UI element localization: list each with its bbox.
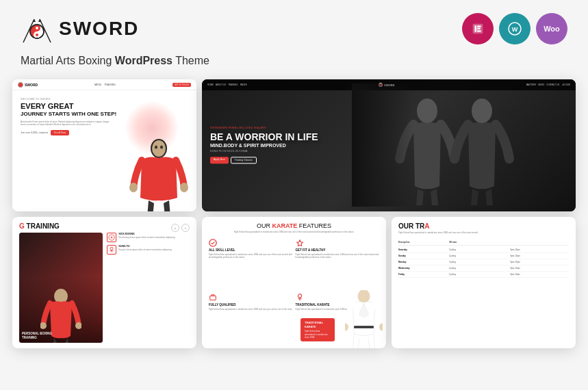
panel4-feature-skill: ALL SKILL LEVEL Fight School has special… — [209, 239, 293, 291]
panel4-qualified-desc: Fight School has specialized in martial … — [209, 308, 293, 311]
logo-icon — [21, 12, 53, 45]
panel2-apply-btn[interactable]: Apply Now — [210, 157, 229, 164]
panel5-desc: Fight School has specialized in martial … — [398, 231, 569, 234]
panel5-col-discipline: Discipline — [398, 241, 446, 244]
subtitle-suffix: Theme — [172, 55, 209, 66]
panel4-qualified-title: FULLY QUALIFIED — [209, 303, 293, 307]
panel5-heading: OUR TRA — [398, 222, 569, 230]
panel4-featured-box: TRADITIONAL KARATE Fight School has spec… — [301, 318, 335, 341]
svg-point-34 — [209, 239, 216, 246]
table-row: Monday Cycling 9pm-10pm — [398, 259, 569, 265]
panel3-card-label: PERSONAL BOXINGTRAINING — [22, 332, 52, 340]
panel2-subheading: MIND.BODY & SPIRIT IMPROVED — [210, 143, 318, 148]
panel3-heading-accent: G — [19, 222, 25, 230]
panel4-fit-title: GET FIT & HEALTHY — [296, 248, 380, 252]
panel5-row3-class: Cycling — [449, 267, 508, 270]
panel5-col-30min: 30 min — [449, 241, 508, 244]
panel5-row3-day: Wednesday — [398, 267, 446, 270]
panel5-row0-class: Cycling — [449, 248, 508, 251]
panel3-kickboxing-text: KICK BOXING Kick boxing lorem ipsum dolo… — [119, 233, 176, 239]
panel3-kungfu: KUNG FU Kung fu lorem ipsum dolor sit am… — [107, 245, 190, 255]
svg-point-39 — [358, 290, 370, 303]
panel4-header: OUR KARATE FEATURES Fight School has spe… — [202, 217, 386, 236]
panel2-heading: BE A WORRIOR IN LIFE — [210, 133, 318, 143]
panel3-boxing-card: PERSONAL BOXINGTRAINING — [19, 233, 103, 343]
table-row: Friday Cycling 9pm-10pm — [398, 272, 569, 278]
panel2-content: FOR BEGINNERS, FROM ALL SKILL LEVELS, IN… — [210, 127, 318, 164]
panel3-kungfu-icon — [107, 245, 116, 255]
panel2-nav-links: HOME ABOUT US TRAINING PAGES — [207, 83, 247, 86]
panel1-enroll-btn[interactable]: Enroll Now — [51, 130, 69, 135]
panel5-row2-day: Monday — [398, 261, 446, 263]
panel3-kungfu-title: KUNG FU — [119, 245, 172, 248]
panel1-hero: WELCOME TO SWORD EVERY GREAT JOURNEY STA… — [12, 90, 196, 211]
panel4-qualified-icon — [209, 294, 217, 302]
panel1-nav-links: MENU TRAINING — [94, 83, 116, 86]
panel1-navbar: SWORD MENU TRAINING GET IN TOUCH — [12, 79, 196, 90]
panel4-traditional-icon — [296, 294, 304, 302]
panel5-row4-day: Friday — [398, 273, 446, 276]
main-grid: SWORD MENU TRAINING GET IN TOUCH WELCOME… — [0, 77, 588, 361]
panel4-desc: Fight School has specialized in martial … — [209, 231, 379, 233]
panel1-nav-logo: SWORD — [18, 82, 38, 88]
panel4-karate-figure — [345, 290, 383, 348]
svg-point-6 — [36, 34, 38, 36]
svg-point-31 — [110, 247, 112, 250]
panel1-logo-text: SWORD — [25, 83, 38, 87]
panel2-training-btn[interactable]: Training Classes — [231, 157, 257, 164]
panel4-feature-fit: GET FIT & HEALTHY Fight School has speci… — [296, 239, 380, 291]
svg-rect-9 — [474, 25, 476, 31]
panel1-join-text: Join over 4,000+ students — [21, 131, 48, 134]
panel5-row4-time: 9pm-10pm — [511, 273, 570, 276]
panel5-row3-time: 9pm-10pm — [511, 267, 570, 270]
panel4-box-desc: Fight School has specialized in martial … — [305, 330, 331, 339]
panel3-header: G TRAINING ‹ › — [12, 217, 196, 233]
panel3-kungfu-desc: Kung fu lorem ipsum dolor sit amet conse… — [119, 248, 172, 251]
panel2-training: TRAINING — [228, 83, 238, 86]
svg-point-36 — [298, 294, 301, 298]
panel3-nav-arrows: ‹ › — [171, 224, 190, 232]
panel2-pages: PAGES — [240, 83, 247, 86]
panel1-menu: MENU — [94, 83, 101, 86]
panel5-row2-class: Cycling — [449, 261, 508, 263]
svg-rect-24 — [352, 83, 557, 207]
panel-training: G TRAINING ‹ › — [12, 217, 196, 349]
panel4-heading: OUR KARATE FEATURES — [209, 222, 379, 229]
panel3-kungfu-text: KUNG FU Kung fu lorem ipsum dolor sit am… — [119, 245, 172, 252]
panel5-row1-class: Cycling — [449, 255, 508, 257]
panel1-desc: And powerful lorem ipsum dolor sit amet.… — [21, 120, 110, 126]
panel2-home: HOME — [207, 83, 214, 86]
panel3-card-title: PERSONAL BOXINGTRAINING — [22, 332, 52, 340]
svg-rect-40 — [354, 326, 374, 328]
panel3-card-overlay: PERSONAL BOXINGTRAINING — [19, 233, 103, 343]
panel4-box-title: TRADITIONAL KARATE — [305, 321, 331, 328]
panel5-row2-time: 9pm-10pm — [511, 261, 570, 263]
svg-rect-12 — [477, 30, 481, 31]
panel4-skill-icon — [209, 239, 217, 247]
panel1-heading: EVERY GREAT — [21, 102, 188, 110]
panel3-content: PERSONAL BOXINGTRAINING KICK BOXING Kick… — [12, 233, 196, 349]
panel4-feature-qualified: FULLY QUALIFIED Fight School has special… — [209, 294, 293, 343]
svg-point-5 — [36, 27, 38, 29]
panel5-row0-day: Saturday — [398, 248, 446, 251]
logo-area: SWORD — [21, 12, 139, 45]
subtitle-plain: Martial Arts Boxing — [21, 55, 115, 66]
panel5-heading-accent: A — [424, 222, 429, 230]
subtitle: Martial Arts Boxing WordPress Theme — [0, 52, 588, 77]
panel3-prev[interactable]: ‹ — [171, 224, 179, 232]
panel1-cta-btn[interactable]: GET IN TOUCH — [172, 83, 191, 87]
panel3-kickboxing-title: KICK BOXING — [119, 233, 176, 236]
subtitle-bold: WordPress — [115, 55, 172, 66]
panel2-tag: FOR BEGINNERS, FROM ALL SKILL LEVELS, IN… — [210, 127, 318, 130]
svg-text:W: W — [512, 26, 518, 33]
panel3-items: KICK BOXING Kick boxing lorem ipsum dolo… — [107, 233, 190, 343]
panel5-col-extra — [511, 241, 570, 244]
panel1-training: TRAINING — [104, 83, 116, 86]
panel5-row1-day: Sunday — [398, 255, 446, 257]
table-row: Saturday Cycling 9pm-10pm — [398, 247, 569, 253]
elementor-badge — [462, 13, 494, 44]
header: SWORD W Woo — [0, 0, 588, 52]
panel2-about: ABOUT US — [216, 83, 226, 86]
panel3-next[interactable]: › — [181, 224, 190, 232]
panel5-table: Discipline 30 min Saturday Cycling 9pm-1… — [392, 237, 576, 349]
